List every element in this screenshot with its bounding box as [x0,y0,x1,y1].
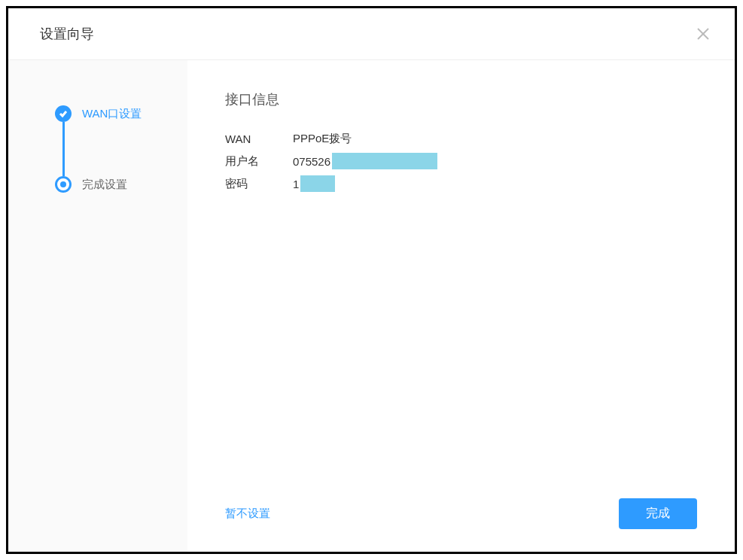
skip-link[interactable]: 暂不设置 [225,501,270,527]
redacted-block [300,175,335,192]
info-label: 用户名 [225,154,293,169]
step-item-finish-settings[interactable]: 完成设置 [55,176,187,193]
redacted-block [332,153,437,169]
info-value: 1 [293,175,335,192]
info-label: 密码 [225,177,293,191]
info-label: WAN [225,132,293,145]
interface-info-table: WAN PPPoE拨号 用户名 075526 密码 1 [225,129,697,197]
radio-current-icon [55,176,72,193]
info-row-username: 用户名 075526 [225,152,697,170]
value-prefix: 1 [293,178,299,190]
info-row-password: 密码 1 [225,175,697,193]
step-list: WAN口设置 完成设置 [8,105,187,193]
dialog-body: WAN口设置 完成设置 接口信息 WAN PPPoE拨号 用户名 075526 [8,60,735,552]
dialog-header: 设置向导 [8,8,735,60]
setup-wizard-dialog: 设置向导 WAN口设置 完成设置 [6,6,737,554]
close-icon [696,27,710,41]
info-value: 075526 [293,153,437,169]
value-prefix: 075526 [293,155,330,168]
finish-button[interactable]: 完成 [619,498,697,529]
step-item-wan-settings[interactable]: WAN口设置 [55,105,187,122]
step-label: 完成设置 [82,178,127,192]
close-button[interactable] [694,25,712,43]
info-value: PPPoE拨号 [293,132,352,146]
main-panel: 接口信息 WAN PPPoE拨号 用户名 075526 密码 1 [187,60,735,552]
step-label: WAN口设置 [82,107,142,121]
section-title: 接口信息 [225,90,697,108]
info-row-wan: WAN PPPoE拨号 [225,129,697,148]
wizard-sidebar: WAN口设置 完成设置 [8,60,187,552]
dialog-footer: 暂不设置 完成 [225,483,697,529]
step-connector [62,122,65,176]
dialog-title: 设置向导 [40,25,94,43]
check-circle-icon [55,105,72,122]
